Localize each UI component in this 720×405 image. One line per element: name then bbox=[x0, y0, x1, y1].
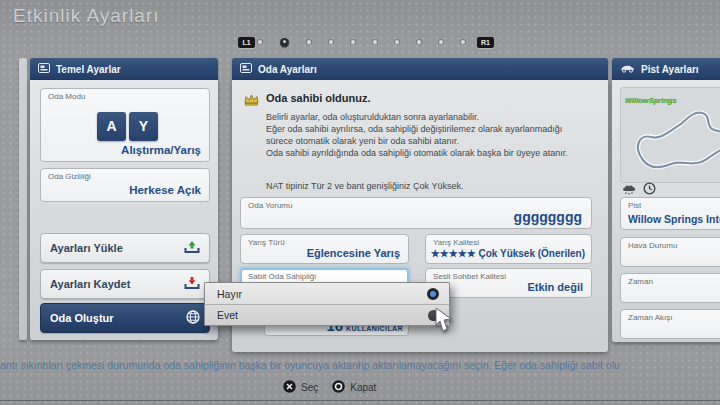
track-field[interactable]: Pist Willow Springs International R bbox=[620, 197, 720, 230]
page-dot-active bbox=[280, 38, 289, 47]
circle-button-icon bbox=[332, 380, 345, 395]
page-dot bbox=[307, 40, 311, 44]
dropdown-option-yes[interactable]: Evet bbox=[205, 304, 449, 325]
room-mode-label: Oda Modu bbox=[48, 92, 85, 101]
download-icon bbox=[184, 276, 200, 292]
close-hint[interactable]: Kapat bbox=[332, 380, 376, 395]
fixed-host-dropdown: Hayır Evet bbox=[204, 282, 450, 326]
track-settings-panel-header: Pist Ayarları bbox=[612, 58, 720, 80]
page-dot bbox=[417, 40, 421, 44]
race-type-field[interactable]: Yarış Türü Eğlencesine Yarış bbox=[240, 234, 409, 264]
page-dot bbox=[461, 40, 465, 44]
room-comment-value: gggggggg bbox=[514, 209, 582, 225]
create-room-label: Oda Oluştur bbox=[50, 312, 114, 324]
page-dot bbox=[395, 40, 399, 44]
time-flow-field[interactable]: Zaman Akışı bbox=[620, 309, 720, 339]
users-label: KULLANICILAR bbox=[346, 325, 403, 332]
page-dot bbox=[439, 40, 443, 44]
room-mode-field[interactable]: Oda Modu A Y Alıştırma/Yarış bbox=[40, 88, 210, 162]
basic-settings-panel-header: Temel Ayarlar bbox=[30, 58, 218, 80]
basic-settings-title: Temel Ayarlar bbox=[56, 64, 121, 75]
track-value: Willow Springs International R bbox=[628, 213, 720, 225]
basic-settings-icon bbox=[38, 63, 50, 75]
page-dot bbox=[258, 40, 262, 44]
track-outline bbox=[623, 102, 720, 180]
voice-quality-label: Sesli Sohbet Kalitesi bbox=[433, 272, 506, 281]
time-label: Zaman bbox=[628, 277, 653, 286]
globe-icon bbox=[186, 310, 200, 326]
weather-label: Hava Durumu bbox=[628, 241, 677, 250]
weather-field[interactable]: Hava Durumu bbox=[620, 237, 720, 267]
track-label: Pist bbox=[628, 201, 641, 210]
room-privacy-field[interactable]: Oda Gizliliği Herkese Açık bbox=[40, 168, 210, 202]
room-settings-title: Oda Ayarları bbox=[258, 64, 317, 75]
dropdown-option-no-label: Hayır bbox=[217, 288, 242, 300]
select-hint-label: Seç bbox=[301, 382, 318, 393]
dropdown-option-yes-label: Evet bbox=[217, 309, 238, 321]
l1-shoulder-button[interactable]: L1 bbox=[238, 37, 255, 48]
room-settings-icon bbox=[240, 63, 252, 75]
bottom-divider bbox=[0, 400, 720, 401]
track-settings-title: Pist Ayarları bbox=[641, 64, 699, 75]
owner-info-line: sürece otomatik olarak yeni bir oda sahi… bbox=[266, 135, 459, 147]
owner-heading: Oda sahibi oldunuz. bbox=[266, 92, 371, 104]
page-dot bbox=[351, 40, 355, 44]
crown-icon bbox=[243, 92, 260, 110]
create-room-button[interactable]: Oda Oluştur bbox=[40, 303, 210, 333]
room-privacy-label: Oda Gizliliği bbox=[48, 172, 91, 181]
nat-info-text: NAT tipiniz Tür 2 ve bant genişliğiniz Ç… bbox=[266, 181, 463, 191]
load-settings-label: Ayarları Yükle bbox=[50, 242, 123, 254]
room-mode-value: Alıştırma/Yarış bbox=[121, 144, 201, 156]
time-field[interactable]: Zaman bbox=[620, 273, 720, 303]
race-type-value: Eğlencesine Yarış bbox=[307, 247, 400, 259]
voice-quality-value: Etkin değil bbox=[527, 281, 583, 293]
race-quality-text: Çok Yüksek (Önerilen) bbox=[478, 248, 585, 259]
fixed-host-label: Sabit Oda Sahipliği bbox=[248, 272, 316, 281]
cursor-pointer bbox=[434, 308, 454, 338]
race-quality-value: ★★★★★ Çok Yüksek (Önerilen) bbox=[431, 248, 585, 259]
voice-quality-field[interactable]: Sesli Sohbet Kalitesi Etkin değil bbox=[425, 268, 592, 298]
owner-info-line: Eğer oda sahibi ayrılırsa, oda sahipliği… bbox=[266, 123, 562, 135]
time-flow-label: Zaman Akışı bbox=[628, 313, 672, 322]
page-title: Etkinlik Ayarları bbox=[13, 5, 160, 27]
track-map: WillowSprings bbox=[620, 87, 720, 183]
page-dot bbox=[329, 40, 333, 44]
room-privacy-value: Herkese Açık bbox=[129, 184, 201, 196]
room-settings-panel-header: Oda Ayarları bbox=[232, 58, 608, 80]
save-settings-label: Ayarları Kaydet bbox=[50, 278, 130, 290]
load-settings-button[interactable]: Ayarları Yükle bbox=[40, 233, 210, 263]
event-settings-screen: Etkinlik Ayarları L1 R1 Temel Ayarlar Od… bbox=[0, 0, 720, 405]
room-comment-field[interactable]: Oda Yorumu gggggggg bbox=[240, 197, 592, 229]
previous-panel-edge bbox=[19, 58, 27, 340]
race-quality-label: Yarış Kalitesi bbox=[433, 238, 479, 247]
page-dot bbox=[373, 40, 377, 44]
footer-help-text: antı sıkıntıları çekmesi durumunda oda s… bbox=[0, 359, 720, 371]
radio-selected-icon[interactable] bbox=[427, 288, 439, 300]
practice-mode-button[interactable]: A bbox=[97, 112, 126, 141]
race-quality-stars: ★★★★★ bbox=[431, 248, 476, 259]
select-hint[interactable]: Seç bbox=[283, 380, 318, 395]
button-hints: Seç Kapat bbox=[283, 380, 376, 395]
owner-info-line: Belirli ayarlar, oda oluşturulduktan son… bbox=[266, 111, 479, 123]
r1-shoulder-button[interactable]: R1 bbox=[477, 37, 494, 48]
page-dots bbox=[258, 34, 473, 50]
owner-info-line: Oda sahibi ayrıldığında oda sahipliği ot… bbox=[266, 147, 568, 159]
cross-button-icon bbox=[283, 380, 296, 395]
race-quality-field[interactable]: Yarış Kalitesi ★★★★★ Çok Yüksek (Önerile… bbox=[425, 234, 592, 264]
race-mode-button[interactable]: Y bbox=[129, 112, 158, 141]
race-type-label: Yarış Türü bbox=[248, 238, 285, 247]
track-settings-icon bbox=[620, 63, 635, 75]
room-comment-label: Oda Yorumu bbox=[248, 201, 292, 210]
dropdown-option-no[interactable]: Hayır bbox=[205, 283, 449, 304]
save-settings-button[interactable]: Ayarları Kaydet bbox=[40, 269, 210, 299]
upload-icon bbox=[184, 240, 200, 256]
close-hint-label: Kapat bbox=[350, 382, 376, 393]
